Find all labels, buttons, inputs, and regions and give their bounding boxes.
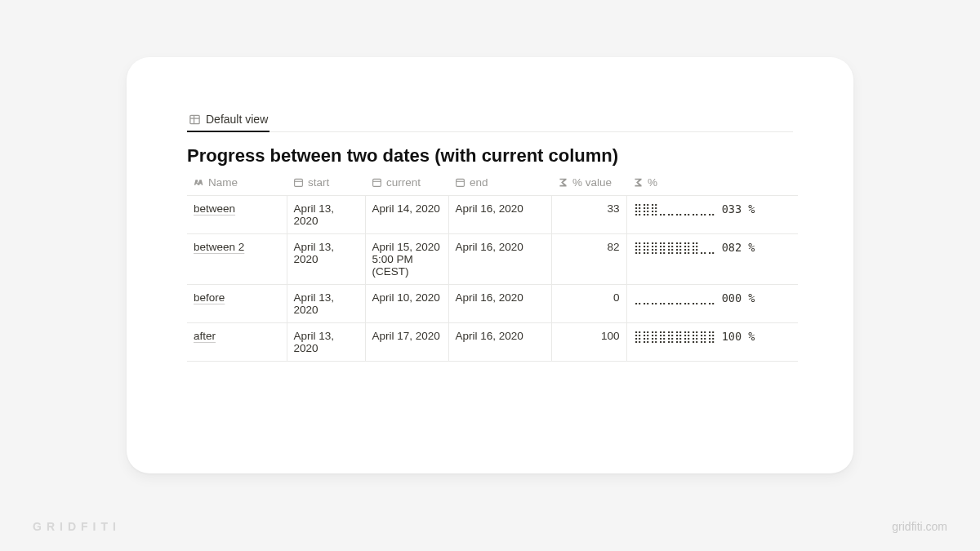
cell-pct[interactable]: ⣿⣿⣿⣀⣀⣀⣀⣀⣀⣀ 033 % bbox=[626, 196, 798, 234]
date-property-icon bbox=[372, 177, 382, 188]
table-row[interactable]: between April 13, 2020 April 14, 2020 Ap… bbox=[187, 196, 798, 234]
cell-name[interactable]: after bbox=[187, 323, 287, 362]
col-header-start[interactable]: start bbox=[287, 171, 365, 196]
svg-rect-7 bbox=[457, 179, 465, 186]
table-icon bbox=[189, 113, 201, 126]
title-property-icon bbox=[194, 177, 204, 188]
svg-rect-0 bbox=[190, 115, 199, 123]
cell-start[interactable]: April 13, 2020 bbox=[287, 285, 365, 323]
svg-rect-3 bbox=[295, 179, 303, 186]
table-header-row: Name start cur bbox=[187, 171, 798, 196]
col-header-end[interactable]: end bbox=[448, 171, 551, 196]
view-tabbar: Default view bbox=[187, 109, 793, 132]
date-property-icon bbox=[293, 177, 304, 188]
formula-property-icon bbox=[558, 177, 568, 188]
col-header-pvalue[interactable]: % value bbox=[551, 171, 626, 196]
cell-current[interactable]: April 15, 2020 5:00 PM (CEST) bbox=[365, 234, 448, 285]
table-row[interactable]: before April 13, 2020 April 10, 2020 Apr… bbox=[187, 285, 798, 323]
formula-property-icon bbox=[633, 177, 644, 188]
cell-current[interactable]: April 14, 2020 bbox=[365, 196, 448, 234]
cell-name[interactable]: before bbox=[187, 285, 287, 323]
cell-pct[interactable]: ⣿⣿⣿⣿⣿⣿⣿⣿⣿⣿ 100 % bbox=[626, 323, 798, 362]
cell-end[interactable]: April 16, 2020 bbox=[448, 323, 551, 362]
brand-watermark: GRIDFITI bbox=[33, 520, 121, 533]
cell-pvalue[interactable]: 0 bbox=[551, 285, 626, 323]
database-title[interactable]: Progress between two dates (with current… bbox=[187, 140, 793, 171]
tab-label: Default view bbox=[206, 113, 268, 126]
brand-url: gridfiti.com bbox=[892, 520, 947, 533]
date-property-icon bbox=[455, 177, 466, 188]
cell-pvalue[interactable]: 100 bbox=[551, 323, 626, 362]
col-header-pct[interactable]: % bbox=[626, 171, 798, 196]
data-table: Name start cur bbox=[187, 171, 798, 362]
cell-start[interactable]: April 13, 2020 bbox=[287, 196, 365, 234]
cell-pct[interactable]: ⣀⣀⣀⣀⣀⣀⣀⣀⣀⣀ 000 % bbox=[626, 285, 798, 323]
cell-pvalue[interactable]: 33 bbox=[551, 196, 626, 234]
cell-start[interactable]: April 13, 2020 bbox=[287, 234, 365, 285]
cell-end[interactable]: April 16, 2020 bbox=[448, 234, 551, 285]
cell-name[interactable]: between bbox=[187, 196, 287, 234]
cell-end[interactable]: April 16, 2020 bbox=[448, 285, 551, 323]
col-header-name[interactable]: Name bbox=[187, 171, 287, 196]
cell-pvalue[interactable]: 82 bbox=[551, 234, 626, 285]
col-header-current[interactable]: current bbox=[365, 171, 448, 196]
cell-start[interactable]: April 13, 2020 bbox=[287, 323, 365, 362]
cell-end[interactable]: April 16, 2020 bbox=[448, 196, 551, 234]
cell-current[interactable]: April 10, 2020 bbox=[365, 285, 448, 323]
cell-current[interactable]: April 17, 2020 bbox=[365, 323, 448, 362]
table-row[interactable]: after April 13, 2020 April 17, 2020 Apri… bbox=[187, 323, 798, 362]
cell-pct[interactable]: ⣿⣿⣿⣿⣿⣿⣿⣿⣀⣀ 082 % bbox=[626, 234, 798, 285]
cell-name[interactable]: between 2 bbox=[187, 234, 287, 285]
content-card: Default view Progress between two dates … bbox=[127, 57, 853, 473]
svg-rect-5 bbox=[373, 179, 381, 186]
tab-default-view[interactable]: Default view bbox=[187, 109, 270, 132]
table-row[interactable]: between 2 April 13, 2020 April 15, 2020 … bbox=[187, 234, 798, 285]
